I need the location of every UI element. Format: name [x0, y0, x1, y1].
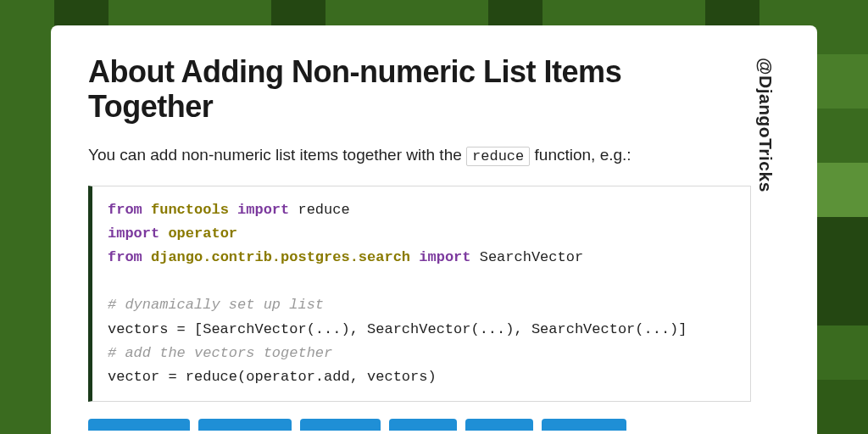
- inline-code-reduce: reduce: [466, 147, 530, 166]
- keyword-import: import: [419, 249, 470, 265]
- module-django-search: django.contrib.postgres.search: [151, 249, 410, 265]
- main-content: About Adding Non-numeric List Items Toge…: [88, 54, 751, 434]
- keyword-import: import: [237, 202, 289, 218]
- page-title: About Adding Non-numeric List Items Toge…: [88, 54, 751, 125]
- code-text: SearchVector: [471, 249, 584, 265]
- module-operator: operator: [168, 225, 237, 242]
- keyword-import: import: [108, 225, 159, 242]
- intro-paragraph: You can add non-numeric list items toget…: [88, 143, 751, 168]
- sidebar: @DjangoTricks: [751, 54, 780, 434]
- content-card: About Adding Non-numeric List Items Toge…: [51, 25, 817, 434]
- intro-text-pre: You can add non-numeric list items toget…: [88, 146, 466, 164]
- tag-pill[interactable]: [198, 419, 292, 431]
- module-functools: functools: [151, 202, 229, 218]
- code-block: from functools import reduce import oper…: [88, 186, 751, 401]
- code-line: vectors = [SearchVector(...), SearchVect…: [108, 321, 687, 337]
- code-text: reduce: [289, 202, 349, 218]
- tag-pill[interactable]: [465, 419, 533, 431]
- code-line: vector = reduce(operator.add, vectors): [108, 369, 437, 385]
- tag-pill[interactable]: [300, 419, 381, 431]
- comment-line: # add the vectors together: [108, 345, 332, 361]
- intro-text-post: function, e.g.:: [530, 146, 631, 164]
- author-handle[interactable]: @DjangoTricks: [755, 58, 776, 192]
- tag-pill[interactable]: [542, 419, 626, 431]
- comment-line: # dynamically set up list: [108, 297, 324, 313]
- keyword-from: from: [108, 249, 142, 265]
- tag-pill[interactable]: [389, 419, 457, 431]
- tag-row: [88, 419, 751, 431]
- keyword-from: from: [108, 202, 142, 218]
- tag-pill[interactable]: [88, 419, 190, 431]
